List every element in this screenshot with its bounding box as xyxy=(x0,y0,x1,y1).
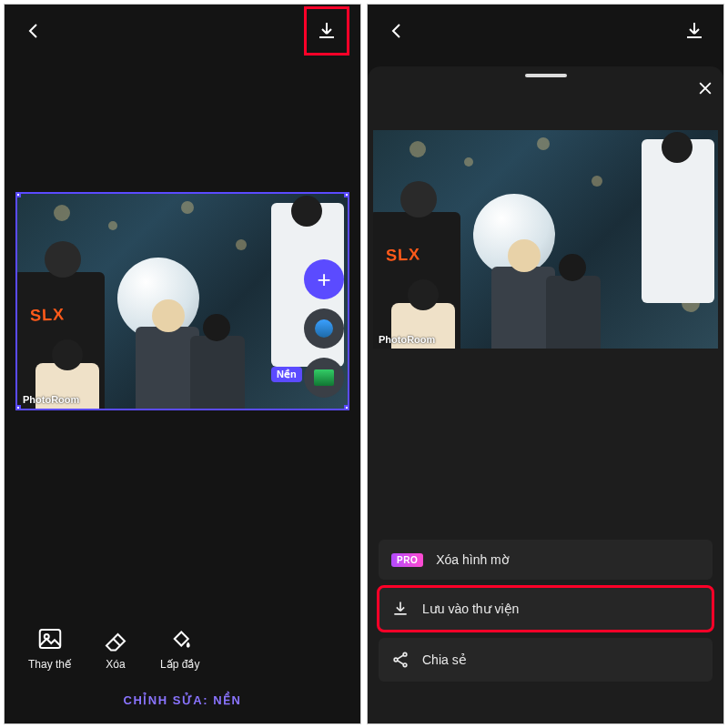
arrow-left-icon xyxy=(386,20,408,42)
export-options: PRO Xóa hình mờ Lưu vào thư viện Chia sẻ xyxy=(379,540,713,682)
subject-icon xyxy=(315,319,333,338)
bottom-toolbar: Thay thế Xóa Lấp đầy xyxy=(5,625,360,671)
download-highlight xyxy=(304,6,349,56)
selection-handle[interactable] xyxy=(15,192,21,197)
preview-area: SLX PhotoRoom xyxy=(373,130,718,349)
share-icon xyxy=(391,651,410,669)
background-layer-button[interactable]: Nền xyxy=(304,358,344,398)
option-label: Chia sẻ xyxy=(422,652,467,667)
selection-handle[interactable] xyxy=(344,405,349,410)
svg-point-4 xyxy=(403,663,407,667)
export-screen: SLX PhotoRoom PRO Xóa hình mờ Lưu vào th… xyxy=(367,4,724,724)
option-label: Xóa hình mờ xyxy=(436,552,510,567)
fill-tool[interactable]: Lấp đầy xyxy=(160,625,199,671)
tool-label: Thay thế xyxy=(28,658,71,671)
photo-preview: SLX PhotoRoom xyxy=(373,130,718,349)
svg-rect-0 xyxy=(39,630,60,648)
tool-label: Xóa xyxy=(106,658,125,671)
watermark-text: PhotoRoom xyxy=(23,394,79,405)
arrow-left-icon xyxy=(23,20,45,42)
add-layer-button[interactable]: + xyxy=(304,259,344,299)
download-button[interactable] xyxy=(308,13,345,49)
layer-controls: + Nền xyxy=(304,259,344,398)
erase-tool[interactable]: Xóa xyxy=(102,625,129,671)
export-sheet: SLX PhotoRoom PRO Xóa hình mờ Lưu vào th… xyxy=(368,66,723,723)
shirt-logo: SLX xyxy=(30,305,66,325)
topbar xyxy=(5,5,360,57)
eraser-icon xyxy=(102,625,129,652)
option-label: Lưu vào thư viện xyxy=(422,602,519,616)
replace-tool[interactable]: Thay thế xyxy=(28,625,71,671)
editing-mode-label: CHỈNH SỬA: NỀN xyxy=(5,693,360,707)
svg-point-2 xyxy=(394,658,398,662)
sheet-drag-handle[interactable] xyxy=(525,74,567,77)
back-button[interactable] xyxy=(15,13,52,49)
subject-layer-button[interactable] xyxy=(304,308,344,349)
download-icon xyxy=(391,600,410,618)
close-icon xyxy=(696,79,714,97)
tool-label: Lấp đầy xyxy=(160,658,199,671)
back-button[interactable] xyxy=(379,13,415,49)
selection-handle[interactable] xyxy=(15,405,21,410)
download-icon xyxy=(683,20,705,42)
remove-watermark-option[interactable]: PRO Xóa hình mờ xyxy=(379,540,713,580)
background-icon xyxy=(314,369,334,386)
shirt-logo: SLX xyxy=(386,245,421,265)
fill-icon xyxy=(167,625,194,652)
share-option[interactable]: Chia sẻ xyxy=(379,638,713,682)
close-sheet-button[interactable] xyxy=(696,79,714,101)
topbar xyxy=(368,5,723,57)
download-icon xyxy=(316,20,338,42)
plus-icon: + xyxy=(317,266,330,294)
image-icon xyxy=(36,625,64,652)
selection-handle[interactable] xyxy=(344,192,349,197)
svg-point-3 xyxy=(403,652,407,656)
background-layer-tag: Nền xyxy=(271,367,302,382)
editor-screen: SLX PhotoRoom + Nền Thay thế Xóa xyxy=(4,4,361,724)
download-button[interactable] xyxy=(676,13,713,49)
pro-badge: PRO xyxy=(391,553,423,567)
save-to-library-option[interactable]: Lưu vào thư viện xyxy=(379,587,713,631)
watermark-text: PhotoRoom xyxy=(379,334,435,345)
